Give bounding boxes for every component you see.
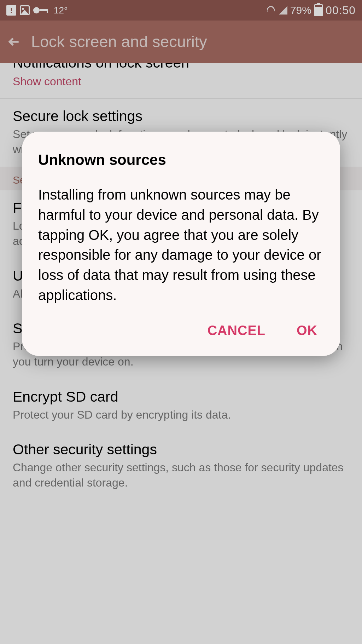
cancel-button[interactable]: CANCEL	[205, 320, 268, 342]
dialog-body: Installing from unknown sources may be h…	[38, 185, 324, 305]
dialog-actions: CANCEL OK	[38, 320, 324, 345]
dialog-unknown-sources: Unknown sources Installing from unknown …	[22, 132, 340, 356]
ok-button[interactable]: OK	[294, 320, 320, 342]
dialog-title: Unknown sources	[38, 151, 324, 168]
